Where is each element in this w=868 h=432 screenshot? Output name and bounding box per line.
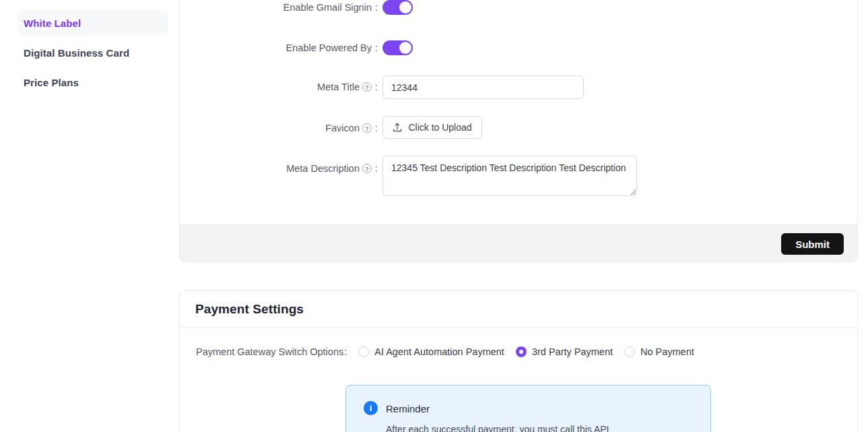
meta-title-input[interactable] (382, 75, 584, 99)
reminder-alert: i Reminder After each successful payment… (345, 385, 711, 432)
info-icon: i (364, 401, 378, 415)
help-icon[interactable]: ? (362, 164, 372, 173)
help-icon[interactable]: ? (362, 123, 372, 133)
payment-gateway-label: Payment Gateway Switch Options (196, 346, 347, 357)
radio-checked-icon[interactable] (516, 346, 527, 357)
sidebar: White Label Digital Business Card Price … (0, 0, 179, 432)
meta-title-label: Meta Title ? (180, 82, 378, 92)
reminder-title: Reminder (386, 403, 430, 414)
radio-option-label: AI Agent Automation Payment (374, 346, 504, 357)
meta-description-textarea[interactable]: 12345 Test Description Test Description … (382, 156, 637, 196)
upload-icon (393, 123, 402, 132)
payment-settings-header: Payment Settings (180, 291, 857, 328)
radio-option-label: 3rd Party Payment (532, 346, 613, 357)
payment-settings-card: Payment Settings Payment Gateway Switch … (179, 290, 858, 432)
help-icon[interactable]: ? (362, 82, 372, 92)
white-label-settings-card: Enable Gmail Signin Enable Powered By Me… (179, 0, 858, 262)
sidebar-item-label: Digital Business Card (24, 47, 129, 59)
toggle-knob (399, 42, 411, 54)
toggle-knob (399, 1, 411, 13)
favicon-upload-button[interactable]: Click to Upload (382, 116, 482, 139)
radio-unchecked-icon[interactable] (358, 346, 369, 357)
radio-option-label: No Payment (640, 346, 694, 357)
upload-button-label: Click to Upload (408, 122, 471, 133)
submit-button[interactable]: Submit (781, 233, 844, 255)
reminder-description: After each successful payment, you must … (386, 424, 609, 432)
radio-option-3rd-party-payment[interactable]: 3rd Party Payment (516, 346, 613, 357)
sidebar-item-label: White Label (24, 18, 81, 29)
favicon-label: Favicon ? (180, 123, 378, 133)
sidebar-item-label: Price Plans (24, 77, 79, 88)
sidebar-item-white-label[interactable]: White Label (17, 10, 168, 36)
radio-option-no-payment[interactable]: No Payment (624, 346, 694, 357)
gmail-signin-toggle[interactable] (382, 0, 413, 15)
meta-description-label: Meta Description ? (180, 163, 378, 174)
powered-by-label: Enable Powered By (180, 42, 378, 53)
sidebar-item-price-plans[interactable]: Price Plans (17, 69, 168, 95)
radio-unchecked-icon[interactable] (624, 346, 635, 357)
gmail-signin-label: Enable Gmail Signin (180, 2, 378, 13)
payment-settings-title: Payment Settings (195, 302, 304, 317)
form-footer: Submit (180, 224, 857, 261)
payment-gateway-options-row: Payment Gateway Switch Options AI Agent … (196, 346, 694, 357)
powered-by-toggle[interactable] (382, 40, 413, 55)
radio-option-ai-agent-automation-payment[interactable]: AI Agent Automation Payment (358, 346, 504, 357)
sidebar-item-digital-business-card[interactable]: Digital Business Card (17, 40, 168, 65)
